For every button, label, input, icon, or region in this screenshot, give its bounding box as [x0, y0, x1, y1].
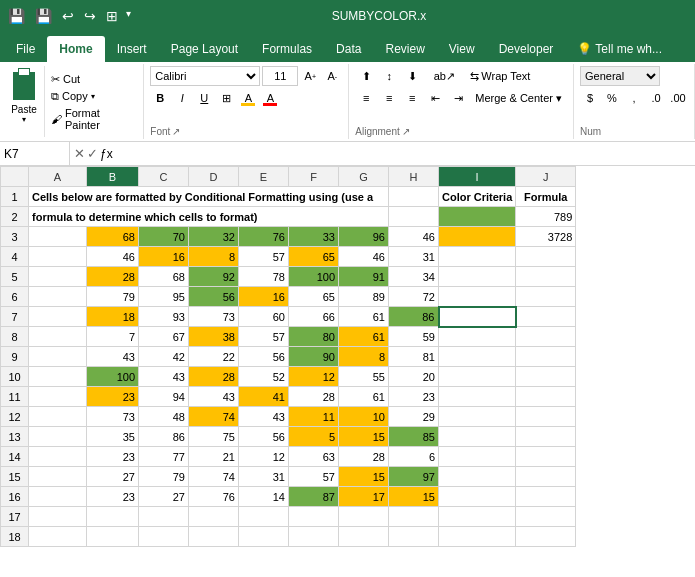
col-header-j[interactable]: J	[516, 167, 576, 187]
cell-c18[interactable]	[139, 527, 189, 547]
cell-a10[interactable]	[29, 367, 87, 387]
cell-d12[interactable]: 74	[189, 407, 239, 427]
cell-j15[interactable]	[516, 467, 576, 487]
cell-f9[interactable]: 90	[289, 347, 339, 367]
cell-e16[interactable]: 14	[239, 487, 289, 507]
cell-d9[interactable]: 22	[189, 347, 239, 367]
bold-button[interactable]: B	[150, 88, 170, 108]
cell-j10[interactable]	[516, 367, 576, 387]
row-header-5[interactable]: 5	[1, 267, 29, 287]
cell-i12[interactable]	[439, 407, 516, 427]
cell-g7[interactable]: 61	[339, 307, 389, 327]
cell-i18[interactable]	[439, 527, 516, 547]
cell-h5[interactable]: 34	[389, 267, 439, 287]
formula-input[interactable]	[117, 142, 695, 165]
row-header-6[interactable]: 6	[1, 287, 29, 307]
cell-g14[interactable]: 28	[339, 447, 389, 467]
cell-j5[interactable]	[516, 267, 576, 287]
cell-a6[interactable]	[29, 287, 87, 307]
cell-g6[interactable]: 89	[339, 287, 389, 307]
row-header-16[interactable]: 16	[1, 487, 29, 507]
thousand-sep-button[interactable]: %	[602, 88, 622, 108]
cell-a1[interactable]: Cells below are formatted by Conditional…	[29, 187, 389, 207]
cell-j18[interactable]	[516, 527, 576, 547]
tab-page-layout[interactable]: Page Layout	[159, 36, 250, 62]
cell-i6[interactable]	[439, 287, 516, 307]
cell-d8[interactable]: 38	[189, 327, 239, 347]
cell-f10[interactable]: 12	[289, 367, 339, 387]
cell-j7[interactable]	[516, 307, 576, 327]
cell-h1[interactable]	[389, 187, 439, 207]
cell-i10[interactable]	[439, 367, 516, 387]
cell-e8[interactable]: 57	[239, 327, 289, 347]
row-header-4[interactable]: 4	[1, 247, 29, 267]
number-format-select[interactable]: General	[580, 66, 660, 86]
col-header-h[interactable]: H	[389, 167, 439, 187]
cell-b8[interactable]: 7	[87, 327, 139, 347]
col-header-i[interactable]: I	[439, 167, 516, 187]
cell-ref-input[interactable]	[4, 147, 65, 161]
font-expand-icon[interactable]: ↗	[172, 126, 180, 137]
cell-j17[interactable]	[516, 507, 576, 527]
cell-a17[interactable]	[29, 507, 87, 527]
cell-f14[interactable]: 63	[289, 447, 339, 467]
row-header-3[interactable]: 3	[1, 227, 29, 247]
cell-c17[interactable]	[139, 507, 189, 527]
cell-h8[interactable]: 59	[389, 327, 439, 347]
cancel-formula-icon[interactable]: ✕	[74, 146, 85, 161]
align-bottom-button[interactable]: ⬇	[401, 66, 423, 86]
cell-f17[interactable]	[289, 507, 339, 527]
cell-b16[interactable]: 23	[87, 487, 139, 507]
cell-i13[interactable]	[439, 427, 516, 447]
cell-h7[interactable]: 86	[389, 307, 439, 327]
cell-g3[interactable]: 96	[339, 227, 389, 247]
cut-button[interactable]: ✂ Cut	[49, 72, 139, 87]
increase-font-button[interactable]: A+	[300, 66, 320, 86]
italic-button[interactable]: I	[172, 88, 192, 108]
cell-g16[interactable]: 17	[339, 487, 389, 507]
cell-j1[interactable]: Formula	[516, 187, 576, 207]
row-header-2[interactable]: 2	[1, 207, 29, 227]
cell-b10[interactable]: 100	[87, 367, 139, 387]
cell-b3[interactable]: 68	[87, 227, 139, 247]
cell-g15[interactable]: 15	[339, 467, 389, 487]
cell-e5[interactable]: 78	[239, 267, 289, 287]
cell-j8[interactable]	[516, 327, 576, 347]
cell-c8[interactable]: 67	[139, 327, 189, 347]
cell-b13[interactable]: 35	[87, 427, 139, 447]
wrap-text-button[interactable]: ⇆ Wrap Text	[465, 66, 535, 86]
cell-e15[interactable]: 31	[239, 467, 289, 487]
cell-f16[interactable]: 87	[289, 487, 339, 507]
row-header-10[interactable]: 10	[1, 367, 29, 387]
cell-c3[interactable]: 70	[139, 227, 189, 247]
align-center-button[interactable]: ≡	[378, 88, 400, 108]
cell-d7[interactable]: 73	[189, 307, 239, 327]
cell-a3[interactable]	[29, 227, 87, 247]
cell-j13[interactable]	[516, 427, 576, 447]
cell-g4[interactable]: 46	[339, 247, 389, 267]
cell-b5[interactable]: 28	[87, 267, 139, 287]
row-header-11[interactable]: 11	[1, 387, 29, 407]
cell-a11[interactable]	[29, 387, 87, 407]
cell-g18[interactable]	[339, 527, 389, 547]
cell-h15[interactable]: 97	[389, 467, 439, 487]
percent-button[interactable]: $	[580, 88, 600, 108]
cell-b7[interactable]: 18	[87, 307, 139, 327]
cell-e6[interactable]: 16	[239, 287, 289, 307]
col-header-c[interactable]: C	[139, 167, 189, 187]
cell-b15[interactable]: 27	[87, 467, 139, 487]
cell-e10[interactable]: 52	[239, 367, 289, 387]
tab-file[interactable]: File	[4, 36, 47, 62]
save-icon[interactable]: 💾	[8, 8, 25, 24]
cell-f12[interactable]: 11	[289, 407, 339, 427]
cell-g5[interactable]: 91	[339, 267, 389, 287]
cell-d11[interactable]: 43	[189, 387, 239, 407]
cell-d5[interactable]: 92	[189, 267, 239, 287]
cell-h17[interactable]	[389, 507, 439, 527]
cell-f3[interactable]: 33	[289, 227, 339, 247]
cell-e11[interactable]: 41	[239, 387, 289, 407]
tab-insert[interactable]: Insert	[105, 36, 159, 62]
cell-i15[interactable]	[439, 467, 516, 487]
cell-a13[interactable]	[29, 427, 87, 447]
cell-a7[interactable]	[29, 307, 87, 327]
